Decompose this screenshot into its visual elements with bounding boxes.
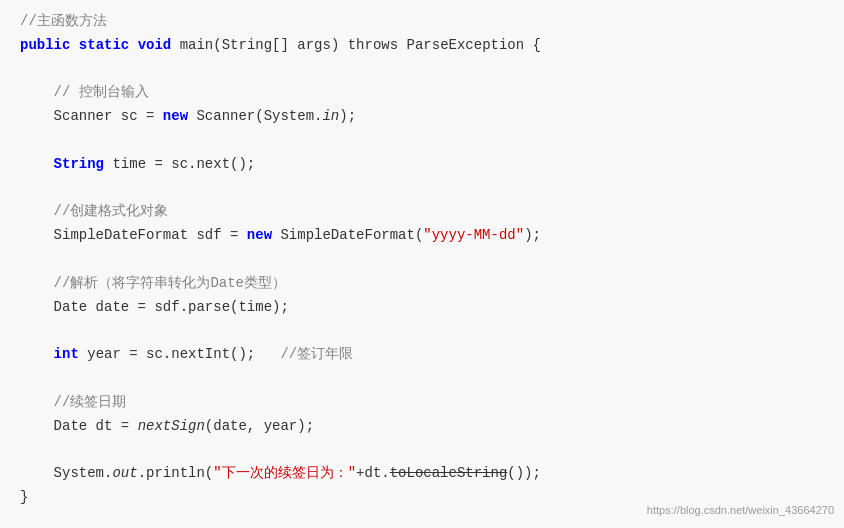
- normal-text: }: [20, 489, 28, 505]
- keyword: new: [163, 108, 188, 124]
- comment: //主函数方法: [20, 13, 107, 29]
- code-line: // 控制台输入: [20, 81, 824, 105]
- comment: //解析（将字符串转化为Date类型）: [54, 275, 286, 291]
- keyword: void: [138, 37, 172, 53]
- normal-text: .println(: [138, 465, 214, 481]
- code-line: [20, 129, 824, 153]
- normal-text: time = sc.next();: [104, 156, 255, 172]
- normal-text: [70, 37, 78, 53]
- normal-text: );: [524, 227, 541, 243]
- code-line: [20, 367, 824, 391]
- code-line: String time = sc.next();: [20, 153, 824, 177]
- normal-text: SimpleDateFormat(: [272, 227, 423, 243]
- code-lines: //主函数方法public static void main(String[] …: [20, 10, 824, 510]
- comment: // 控制台输入: [54, 84, 149, 100]
- code-line: Scanner sc = new Scanner(System.in);: [20, 105, 824, 129]
- normal-text: ParseException {: [398, 37, 541, 53]
- code-line: SimpleDateFormat sdf = new SimpleDateFor…: [20, 224, 824, 248]
- code-line: //解析（将字符串转化为Date类型）: [20, 272, 824, 296]
- code-container: //主函数方法public static void main(String[] …: [0, 0, 844, 528]
- code-line: public static void main(String[] args) t…: [20, 34, 824, 58]
- code-line: [20, 438, 824, 462]
- code-line: int year = sc.nextInt(); //签订年限: [20, 343, 824, 367]
- normal-text: System.: [54, 465, 113, 481]
- code-line: //续签日期: [20, 391, 824, 415]
- code-line: [20, 177, 824, 201]
- watermark: https://blog.csdn.net/weixin_43664270: [647, 501, 834, 520]
- normal-text: Scanner sc =: [54, 108, 163, 124]
- normal-text: Date dt =: [54, 418, 138, 434]
- normal-text: [129, 37, 137, 53]
- keyword: public: [20, 37, 70, 53]
- keyword: new: [247, 227, 272, 243]
- code-line: Date dt = nextSign(date, year);: [20, 415, 824, 439]
- keyword: int: [54, 346, 79, 362]
- comment: //创建格式化对象: [54, 203, 169, 219]
- code-line: [20, 248, 824, 272]
- string-literal: "下一次的续签日为：": [213, 465, 356, 481]
- keyword: String: [54, 156, 104, 172]
- string-literal: "yyyy-MM-dd": [423, 227, 524, 243]
- normal-text: (date, year);: [205, 418, 314, 434]
- code-line: System.out.println("下一次的续签日为："+dt.toLoca…: [20, 462, 824, 486]
- normal-text: throws: [348, 37, 398, 53]
- italic-text: out: [112, 465, 137, 481]
- normal-text: main(String[] args): [171, 37, 347, 53]
- italic-text: in: [322, 108, 339, 124]
- italic-text: nextSign: [138, 418, 205, 434]
- normal-text: +dt.: [356, 465, 390, 481]
- normal-text: );: [339, 108, 356, 124]
- comment: //签订年限: [280, 346, 353, 362]
- normal-text: year = sc.nextInt();: [79, 346, 281, 362]
- strikethrough-text: toLocaleString: [390, 465, 508, 481]
- normal-text: Scanner(System.: [188, 108, 322, 124]
- code-line: [20, 58, 824, 82]
- code-line: //主函数方法: [20, 10, 824, 34]
- normal-text: ());: [507, 465, 541, 481]
- normal-text: Date date = sdf.parse(time);: [54, 299, 289, 315]
- code-line: //创建格式化对象: [20, 200, 824, 224]
- normal-text: SimpleDateFormat sdf =: [54, 227, 247, 243]
- comment: //续签日期: [54, 394, 127, 410]
- code-line: Date date = sdf.parse(time);: [20, 296, 824, 320]
- keyword: static: [79, 37, 129, 53]
- code-line: [20, 319, 824, 343]
